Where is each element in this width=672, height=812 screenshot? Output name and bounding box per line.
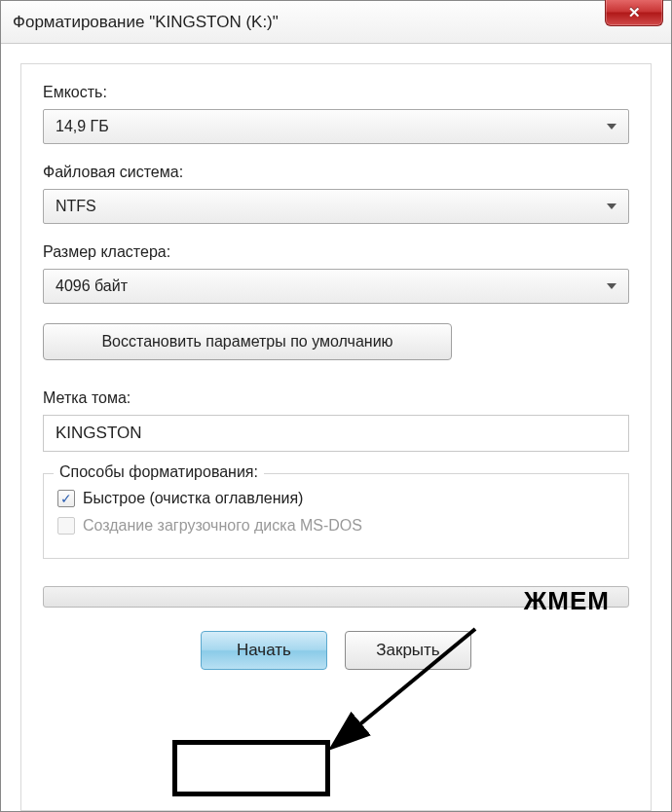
msdos-boot-row: Создание загрузочного диска MS-DOS: [57, 517, 615, 535]
titlebar: Форматирование "KINGSTON (K:)" ✕: [1, 1, 671, 44]
close-window-button[interactable]: ✕: [605, 0, 663, 26]
close-icon: ✕: [628, 4, 641, 21]
inner-panel: Емкость: 14,9 ГБ Файловая система: NTFS …: [20, 63, 652, 811]
capacity-label: Емкость:: [43, 84, 629, 101]
capacity-dropdown[interactable]: 14,9 ГБ: [43, 109, 629, 144]
format-dialog: Форматирование "KINGSTON (K:)" ✕ Емкость…: [0, 0, 672, 812]
close-button[interactable]: Закрыть: [345, 631, 471, 670]
cluster-dropdown[interactable]: 4096 байт: [43, 269, 629, 304]
msdos-boot-checkbox: [57, 517, 75, 535]
cluster-label: Размер кластера:: [43, 243, 629, 261]
restore-defaults-button[interactable]: Восстановить параметры по умолчанию: [43, 323, 452, 360]
cluster-value: 4096 байт: [56, 277, 607, 295]
button-row: Начать Закрыть: [43, 631, 629, 670]
format-options-group: Способы форматирования: ✓ Быстрое (очист…: [43, 473, 629, 559]
quick-format-row: ✓ Быстрое (очистка оглавления): [57, 490, 615, 507]
filesystem-value: NTFS: [56, 198, 607, 215]
start-button[interactable]: Начать: [201, 631, 327, 670]
chevron-down-icon: [607, 283, 616, 289]
capacity-value: 14,9 ГБ: [56, 118, 607, 135]
quick-format-checkbox[interactable]: ✓: [57, 490, 75, 507]
quick-format-label: Быстрое (очистка оглавления): [83, 490, 303, 507]
msdos-boot-label: Создание загрузочного диска MS-DOS: [83, 517, 362, 535]
format-options-title: Способы форматирования:: [54, 463, 264, 481]
window-title: Форматирование "KINGSTON (K:)": [13, 13, 279, 32]
content-area: Емкость: 14,9 ГБ Файловая система: NTFS …: [1, 44, 671, 812]
chevron-down-icon: [607, 203, 616, 209]
volume-label-input[interactable]: KINGSTON: [43, 415, 629, 452]
filesystem-dropdown[interactable]: NTFS: [43, 189, 629, 224]
annotation-highlight: [172, 740, 330, 796]
checkmark-icon: ✓: [60, 491, 72, 506]
annotation-text: ЖМЕМ: [524, 586, 610, 616]
chevron-down-icon: [607, 124, 616, 129]
volume-label-label: Метка тома:: [43, 389, 629, 407]
filesystem-label: Файловая система:: [43, 164, 629, 181]
